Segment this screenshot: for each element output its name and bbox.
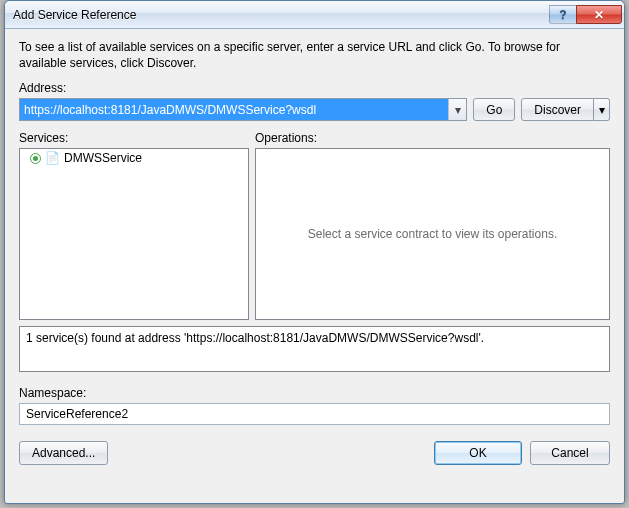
address-input[interactable] [20,99,448,120]
close-button[interactable]: ✕ [576,5,622,24]
service-tree-item[interactable]: 📄 DMWSService [20,149,248,167]
namespace-label: Namespace: [19,386,610,400]
titlebar[interactable]: Add Service Reference ? ✕ [5,1,624,29]
operations-list[interactable]: Select a service contract to view its op… [255,148,610,320]
ok-button[interactable]: OK [434,441,522,465]
service-name: DMWSService [64,151,142,165]
discover-split-button: Discover ▾ [521,98,610,121]
operations-label: Operations: [255,131,610,145]
window-controls: ? ✕ [550,5,622,24]
close-icon: ✕ [594,8,604,22]
help-button[interactable]: ? [549,5,577,24]
dialog-window: Add Service Reference ? ✕ To see a list … [4,0,625,504]
window-title: Add Service Reference [13,8,550,22]
address-dropdown-arrow[interactable]: ▾ [448,99,466,120]
service-status-icon [30,153,41,164]
help-icon: ? [559,8,566,22]
status-text: 1 service(s) found at address 'https://l… [26,331,484,345]
services-label: Services: [19,131,249,145]
wsdl-file-icon: 📄 [45,152,60,164]
intro-text: To see a list of available services on a… [19,39,610,71]
chevron-down-icon: ▾ [455,103,461,117]
address-combo[interactable]: ▾ [19,98,467,121]
discover-button[interactable]: Discover [521,98,594,121]
dialog-content: To see a list of available services on a… [5,29,624,503]
operations-placeholder: Select a service contract to view its op… [256,149,609,319]
go-button[interactable]: Go [473,98,515,121]
cancel-button[interactable]: Cancel [530,441,610,465]
advanced-button[interactable]: Advanced... [19,441,108,465]
namespace-input[interactable] [19,403,610,425]
discover-dropdown-button[interactable]: ▾ [594,98,610,121]
chevron-down-icon: ▾ [599,103,605,117]
status-box: 1 service(s) found at address 'https://l… [19,326,610,372]
services-tree[interactable]: 📄 DMWSService [19,148,249,320]
address-label: Address: [19,81,610,95]
